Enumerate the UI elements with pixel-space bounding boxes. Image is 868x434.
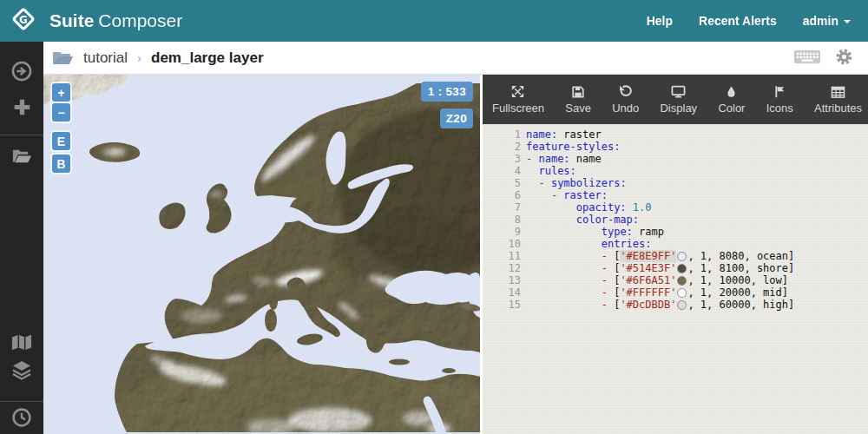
code-token-strdash: - bbox=[602, 250, 614, 262]
attributes-table-icon bbox=[831, 84, 845, 99]
code-content[interactable]: name: rasterfeature-styles:- name: name … bbox=[526, 128, 794, 434]
brand[interactable]: G SuiteComposer bbox=[10, 6, 182, 36]
code-line[interactable]: feature-styles: bbox=[526, 141, 794, 153]
code-token-plain: ramp bbox=[633, 226, 664, 238]
code-line[interactable]: - name: name bbox=[526, 153, 794, 165]
map-icon bbox=[11, 333, 32, 355]
nav-link-help[interactable]: Help bbox=[647, 14, 673, 28]
code-line[interactable]: - ['#E8E9FF', 1, 8080, ocean] bbox=[526, 250, 794, 262]
code-token-plain bbox=[526, 286, 602, 299]
code-token-str: '#E8E9FF' bbox=[620, 250, 676, 262]
toolbar-button-label: Save bbox=[565, 102, 591, 115]
toolbar-button-fullscreen[interactable]: Fullscreen bbox=[490, 82, 546, 117]
code-editor[interactable]: 123456789101112131415 name: rasterfeatur… bbox=[483, 124, 868, 434]
code-token-strdash: - bbox=[602, 262, 614, 274]
keyboard-shortcuts-button[interactable] bbox=[793, 48, 821, 69]
zoom-out-button[interactable]: − bbox=[52, 103, 70, 122]
code-line[interactable]: entries: bbox=[526, 238, 794, 250]
color-swatch-icon[interactable] bbox=[677, 276, 687, 286]
left-sidebar bbox=[0, 42, 43, 434]
code-line[interactable]: rules: bbox=[526, 165, 794, 177]
code-token-plain: name bbox=[570, 153, 602, 165]
scale-badge: 1 : 533 bbox=[421, 82, 473, 102]
sidebar-item-add[interactable] bbox=[10, 97, 33, 120]
toolbar-button-undo[interactable]: Undo bbox=[610, 82, 641, 117]
color-drop-icon bbox=[726, 84, 737, 99]
toolbar-button-label: Display bbox=[660, 102, 697, 115]
code-token-plain bbox=[526, 201, 576, 214]
code-line[interactable]: name: raster bbox=[526, 128, 794, 141]
code-token-key: name: bbox=[538, 153, 569, 165]
sidebar-item-maps[interactable] bbox=[10, 332, 33, 355]
toolbar-button-icons[interactable]: Icons bbox=[765, 82, 795, 117]
sidebar-item-open[interactable] bbox=[10, 147, 33, 169]
breadcrumb-bar: tutorial › dem_large layer bbox=[43, 42, 868, 75]
code-token-key: feature-styles: bbox=[526, 141, 620, 153]
color-swatch-icon[interactable] bbox=[677, 252, 687, 261]
color-swatch-icon[interactable] bbox=[677, 264, 687, 273]
top-navbar: G SuiteComposer Help Recent Alerts admin bbox=[0, 0, 868, 42]
code-token-str: '#DcDBDB' bbox=[620, 299, 676, 311]
clock-icon bbox=[11, 407, 32, 431]
toolbar-button-attributes[interactable]: Attributes bbox=[812, 82, 864, 117]
line-number: 2 bbox=[483, 141, 521, 153]
zoom-level-badge: Z20 bbox=[440, 108, 473, 128]
sidebar-item-recent[interactable] bbox=[10, 408, 33, 431]
header-actions bbox=[793, 47, 854, 69]
code-line[interactable]: opacity: 1.0 bbox=[526, 201, 794, 214]
code-line[interactable]: color-map: bbox=[526, 214, 794, 226]
gear-icon bbox=[834, 47, 854, 69]
color-swatch-icon[interactable] bbox=[677, 300, 687, 310]
code-line[interactable]: - symbolizers: bbox=[526, 177, 794, 189]
toolbar-button-label: Fullscreen bbox=[492, 102, 544, 115]
code-token-plain bbox=[526, 250, 602, 262]
line-number: 11 bbox=[483, 250, 521, 262]
code-token-plain bbox=[526, 299, 602, 311]
zoom-in-button[interactable]: + bbox=[52, 83, 70, 102]
code-token-plain bbox=[526, 189, 551, 201]
code-token-key: color-map: bbox=[576, 214, 639, 226]
fullscreen-icon bbox=[510, 84, 525, 99]
code-token-meta: - bbox=[538, 177, 550, 189]
code-token-str: '#6F6A51' bbox=[620, 274, 676, 286]
nav-link-recent-alerts[interactable]: Recent Alerts bbox=[699, 14, 777, 28]
code-line[interactable]: - raster: bbox=[526, 189, 794, 201]
code-token-plain: , 1, 20000, mid] bbox=[687, 286, 788, 299]
folder-open-icon bbox=[11, 148, 33, 168]
code-line[interactable]: type: ramp bbox=[526, 226, 794, 238]
line-number: 9 bbox=[483, 226, 521, 238]
overlay-button-e[interactable]: E bbox=[52, 132, 70, 150]
color-swatch-icon[interactable] bbox=[677, 288, 687, 298]
toolbar-button-color[interactable]: Color bbox=[716, 82, 746, 117]
code-token-key: rules: bbox=[538, 165, 575, 177]
user-menu[interactable]: admin bbox=[803, 14, 851, 28]
overlay-button-b[interactable]: B bbox=[52, 155, 70, 173]
code-line[interactable]: - ['#FFFFFF', 1, 20000, mid] bbox=[526, 286, 794, 299]
code-line[interactable]: - ['#DcDBDB', 1, 60000, high] bbox=[526, 299, 794, 311]
overlay-control-e: E bbox=[50, 130, 72, 152]
sidebar-item-layers[interactable] bbox=[10, 360, 33, 383]
toolbar-button-save[interactable]: Save bbox=[563, 82, 593, 117]
undo-icon bbox=[618, 84, 633, 99]
code-token-plain bbox=[526, 165, 538, 177]
settings-button[interactable] bbox=[834, 47, 854, 69]
line-number: 3 bbox=[483, 153, 521, 165]
breadcrumb-parent[interactable]: tutorial bbox=[83, 49, 128, 67]
map-viewport[interactable]: + − E B 1 : 533 Z20 bbox=[43, 75, 480, 434]
code-token-key: entries: bbox=[602, 238, 652, 250]
line-number: 15 bbox=[483, 299, 521, 311]
code-line[interactable]: - ['#514E3F', 1, 8100, shore] bbox=[526, 262, 794, 274]
svg-text:G: G bbox=[19, 14, 28, 26]
keyboard-icon bbox=[793, 48, 821, 69]
toolbar-button-display[interactable]: Display bbox=[658, 82, 699, 117]
code-line[interactable]: - ['#6F6A51', 1, 10000, low] bbox=[526, 274, 794, 286]
user-menu-label: admin bbox=[803, 14, 838, 28]
sidebar-item-collapse[interactable] bbox=[10, 62, 33, 84]
caret-down-icon bbox=[844, 20, 851, 23]
map-canvas[interactable] bbox=[43, 75, 480, 434]
code-token-strdash: - bbox=[602, 286, 614, 299]
overlay-control-b: B bbox=[50, 153, 72, 174]
sidebar-divider bbox=[0, 135, 43, 135]
line-number: 5 bbox=[483, 177, 521, 189]
zoom-control: + − bbox=[50, 82, 72, 123]
